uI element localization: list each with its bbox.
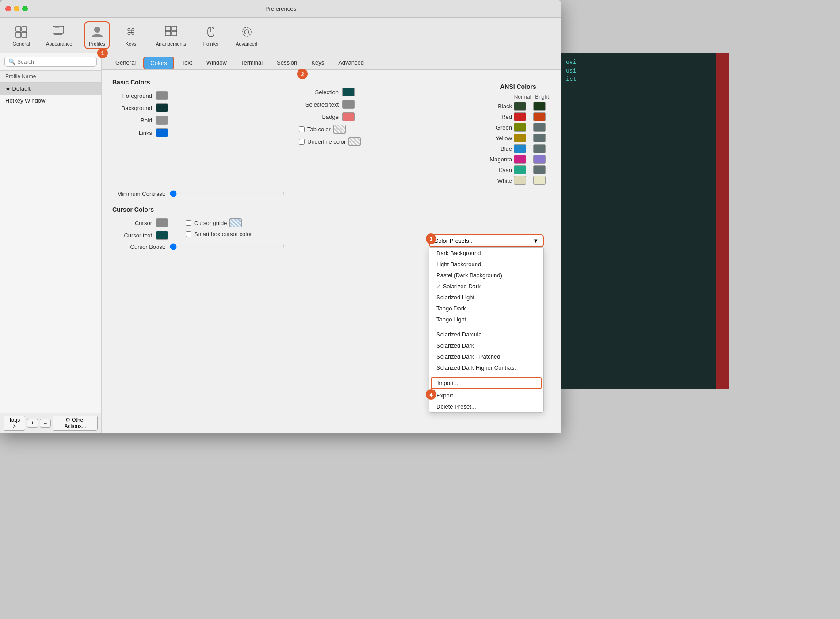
ansi-section: ANSI Colors Normal Bright Black Re — [485, 83, 551, 187]
ansi-cyan-bright[interactable] — [533, 165, 546, 174]
cursor-colors-title: Cursor Colors — [112, 206, 551, 213]
preset-solarized-dark-patched[interactable]: Solarized Dark - Patched — [429, 351, 543, 362]
ansi-red-bright[interactable] — [533, 112, 546, 121]
minimize-button[interactable] — [14, 6, 19, 11]
toolbar-item-keys[interactable]: ⌘ Keys — [118, 22, 143, 48]
ansi-green-normal[interactable] — [514, 123, 526, 132]
cursor-row: Cursor — [112, 218, 168, 227]
toolbar-item-general[interactable]: General — [9, 22, 34, 48]
preset-tango-dark[interactable]: Tango Dark — [429, 303, 543, 314]
cursor-guide-swatch[interactable] — [229, 218, 242, 227]
toolbar-item-profiles[interactable]: Profiles — [84, 21, 110, 49]
tab-colors[interactable]: Colors — [143, 57, 174, 69]
selected-text-swatch[interactable] — [342, 100, 355, 109]
gear-icon — [239, 24, 255, 40]
profile-item-default[interactable]: ★ Default — [0, 83, 101, 95]
selected-text-label: Selected text — [299, 101, 339, 108]
toolbar-label-general: General — [12, 41, 30, 46]
links-row: Links — [112, 128, 281, 137]
ansi-white-bright[interactable] — [533, 176, 546, 185]
tab-general[interactable]: General — [109, 57, 142, 69]
ansi-magenta-bright[interactable] — [533, 155, 546, 164]
badge-3: 3 — [426, 233, 436, 244]
toolbar-label-arrangements: Arrangements — [156, 41, 186, 46]
links-swatch[interactable] — [156, 128, 168, 137]
preset-import[interactable]: Import... — [431, 377, 542, 389]
toolbar-item-advanced[interactable]: Advanced — [232, 22, 261, 48]
close-button[interactable] — [5, 6, 11, 11]
preset-solarized-darcula[interactable]: Solarized Darcula — [429, 329, 543, 340]
tab-text[interactable]: Text — [175, 57, 199, 69]
background-swatch[interactable] — [156, 103, 168, 112]
foreground-swatch[interactable] — [156, 91, 168, 100]
cursor-swatch[interactable] — [156, 218, 168, 227]
titlebar: Preferences — [0, 0, 561, 18]
svg-rect-0 — [16, 27, 21, 31]
underline-color-swatch[interactable] — [348, 137, 361, 146]
selection-swatch[interactable] — [342, 88, 355, 96]
preset-delete[interactable]: Delete Preset... — [429, 401, 543, 412]
preset-light-background[interactable]: Light Background — [429, 259, 543, 270]
ansi-green-bright[interactable] — [533, 123, 546, 132]
svg-rect-13 — [172, 31, 177, 36]
toolbar-item-appearance[interactable]: Appearance — [42, 22, 76, 48]
selection-row: Selection — [299, 88, 468, 96]
preset-dark-background[interactable]: Dark Background — [429, 248, 543, 259]
ansi-yellow-bright[interactable] — [533, 134, 546, 142]
badge-row: Badge — [299, 112, 468, 121]
preset-solarized-dark[interactable]: Solarized Dark — [429, 281, 543, 292]
search-bar: 🔍 — [0, 53, 101, 71]
cursor-guide-checkbox[interactable] — [186, 220, 191, 226]
profile-item-hotkey[interactable]: Hotkey Window — [0, 95, 101, 107]
search-input[interactable] — [17, 59, 93, 65]
tab-terminal[interactable]: Terminal — [234, 57, 269, 69]
ansi-green-label: Green — [485, 124, 512, 131]
ansi-yellow-normal[interactable] — [514, 134, 526, 142]
presets-area: Color Presets... ▼ Dark Background Light… — [429, 234, 544, 413]
tab-session[interactable]: Session — [270, 57, 304, 69]
tab-window[interactable]: Window — [200, 57, 233, 69]
toolbar-item-arrangements[interactable]: Arrangements — [152, 22, 190, 48]
tab-keys[interactable]: Keys — [305, 57, 331, 69]
remove-profile-button[interactable]: − — [40, 419, 51, 428]
ansi-red-normal[interactable] — [514, 112, 526, 121]
underline-color-checkbox[interactable] — [299, 139, 305, 145]
search-icon: 🔍 — [8, 58, 15, 65]
preset-solarized-dark-2[interactable]: Solarized Dark — [429, 340, 543, 351]
ansi-normal-header: Normal — [514, 94, 531, 100]
display-icon — [51, 24, 67, 40]
cursor-boost-slider[interactable] — [170, 243, 285, 250]
ansi-white-normal[interactable] — [514, 176, 526, 185]
toolbar-item-pointer[interactable]: Pointer — [199, 22, 223, 48]
other-actions-button[interactable]: ⚙ Other Actions... — [53, 416, 98, 431]
maximize-button[interactable] — [22, 6, 28, 11]
tab-color-swatch[interactable] — [333, 125, 346, 134]
tab-advanced[interactable]: Advanced — [332, 57, 370, 69]
cursor-text-swatch[interactable] — [156, 231, 168, 240]
tab-color-checkbox[interactable] — [299, 126, 305, 132]
ansi-black-bright[interactable] — [533, 102, 546, 111]
preset-solarized-light[interactable]: Solarized Light — [429, 292, 543, 303]
tags-button[interactable]: Tags > — [4, 416, 25, 431]
ansi-magenta-normal[interactable] — [514, 155, 526, 164]
preset-pastel-dark[interactable]: Pastel (Dark Background) — [429, 270, 543, 281]
badge-swatch[interactable] — [342, 112, 355, 121]
smart-box-cursor-checkbox[interactable] — [186, 231, 191, 237]
ansi-blue-normal[interactable] — [514, 144, 526, 153]
svg-rect-1 — [22, 27, 27, 31]
preset-tango-light[interactable]: Tango Light — [429, 314, 543, 325]
cursor-boost-label: Cursor Boost: — [112, 244, 165, 250]
preset-solarized-dark-higher[interactable]: Solarized Dark Higher Contrast — [429, 362, 543, 373]
ansi-title: ANSI Colors — [485, 83, 551, 90]
minimum-contrast-slider[interactable] — [170, 190, 285, 197]
foreground-label: Foreground — [112, 92, 152, 99]
color-presets-button[interactable]: Color Presets... ▼ — [429, 234, 544, 247]
ansi-cyan-normal[interactable] — [514, 165, 526, 174]
ansi-black-normal[interactable] — [514, 102, 526, 111]
add-profile-button[interactable]: + — [27, 419, 38, 428]
preset-export[interactable]: Export... — [429, 390, 543, 401]
bold-swatch[interactable] — [156, 116, 168, 125]
search-input-wrap[interactable]: 🔍 — [4, 57, 97, 67]
ansi-header: Normal Bright — [485, 94, 551, 100]
ansi-blue-bright[interactable] — [533, 144, 546, 153]
